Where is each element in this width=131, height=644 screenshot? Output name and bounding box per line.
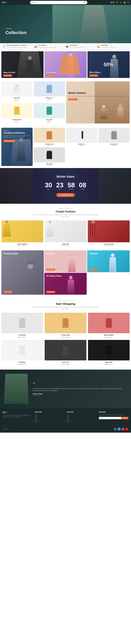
subscribe-btn[interactable]: SUBSCRIBE NOW	[56, 193, 75, 197]
feature-shopping: 🛒 Pleasure shopping is our only aim. We …	[3, 44, 34, 48]
promo-percent: 50%	[104, 62, 113, 68]
shop-card-0[interactable]: Cool Heads $28.21 $45.00	[1, 313, 43, 338]
footer-nl-link-0[interactable]: Home	[67, 414, 96, 416]
fashion-price-2: $22.50 - $42.00	[88, 245, 130, 246]
promo-cat-party[interactable]: It's Party Time SHOP NOW	[44, 273, 87, 295]
promo-cat-casuals[interactable]: Casuals SHOP NOW	[44, 250, 87, 272]
winter-text: Winter Fashion Lorem ipsum dolor sit ame…	[68, 84, 128, 100]
fashion-card-1[interactable]: Sulier Dib $18.00 - $28.00	[45, 220, 87, 246]
menu-icon[interactable]: ☰	[127, 2, 129, 4]
create-subtitle: Create Fashion	[1, 208, 130, 209]
shop-price-2: $55.00	[105, 337, 109, 338]
promo-label-top: Top Rated	[46, 71, 57, 74]
footer-link-shop[interactable]: Shop	[35, 416, 64, 417]
youtube-icon[interactable]: ▶	[125, 428, 128, 430]
facebook-icon[interactable]: f	[114, 428, 117, 430]
trending-product-2[interactable]: Playon Street $28.00	[98, 128, 130, 146]
header-icons: $0.00 🔍 🛒 0 ☰	[111, 2, 129, 4]
shop-img-3	[1, 340, 43, 360]
trending-btn[interactable]: EXPLORE MORE	[3, 140, 15, 142]
testimonial-name: Gibson Floyd	[33, 393, 126, 394]
product-stars-arasha: ★★★★☆	[1, 122, 32, 123]
trending-desc: Lorem ipsum dolor sit amet, consectetur …	[3, 135, 30, 138]
promo-label-offers: 50% Offers	[89, 71, 101, 74]
shop-card-1[interactable]: Pretium Adik $36.22 $60.00	[45, 313, 86, 338]
feature-title-2: Fast Delivery	[70, 44, 85, 46]
footer-col-newsletter: Newsletter Home Shop Blog About Contact	[67, 411, 96, 423]
promo-cat-glasses[interactable]: Glasses SHOP NOW	[87, 250, 130, 272]
footer-nl-link-1[interactable]: Shop	[67, 416, 96, 417]
footer-link-blog[interactable]: Blog	[35, 418, 64, 419]
trending-product-1[interactable]: Globe Dress $60.12	[66, 128, 97, 146]
cat-btn-glasses[interactable]: SHOP NOW	[89, 268, 98, 270]
promo-btn-top[interactable]: SHOP NOW	[46, 74, 55, 76]
shop-card-3[interactable]: Full Wings $32.10 $50.00	[1, 340, 43, 366]
feature-secure: 🔒 Secure Buy Your payment info is safe w…	[97, 44, 128, 48]
fashion-img-2	[88, 220, 130, 242]
cat-btn-casuals[interactable]: SHOP NOW	[46, 268, 55, 270]
fashion-price-1: $18.00 - $28.00	[45, 245, 87, 246]
countdown-minutes: 58 Minutes	[68, 182, 75, 190]
feature-free-delivery: 🚚 Free Delivery Orders above a certain a…	[34, 44, 65, 48]
fashion-grid: Auctor Valoaris $12.23 - $29.00 Sulier D…	[1, 220, 130, 246]
search-input[interactable]	[31, 2, 83, 3]
product-img-razor	[1, 81, 32, 96]
trending-name-3: Odin Street	[34, 163, 65, 164]
shop-card-2[interactable]: Blandit Magnis $55.00 $80.00	[88, 313, 130, 338]
winter-btn[interactable]: SHOP NOW	[68, 98, 78, 100]
shop-old-0: $45.00	[22, 337, 26, 338]
trending-product-0[interactable]: Classique Adio $42.70	[34, 128, 65, 146]
shop-card-5[interactable]: Mauris Elit $48.00 $70.00	[88, 340, 130, 366]
trending-product-3[interactable]: Odin Street $35.00	[34, 148, 65, 166]
product-philisen[interactable]: Philisen Ann $30.00 ★★★★☆	[34, 81, 65, 102]
cart-icon[interactable]: 🛒	[120, 2, 122, 4]
promo-btn-new[interactable]: SHOP NOW	[3, 74, 12, 76]
promo-card-offers[interactable]: 50% 50% Offers SHOP NOW	[88, 51, 130, 78]
footer-quicklinks-title: Quick links	[35, 411, 64, 413]
promo-btn-offers[interactable]: SHOP NOW	[89, 74, 98, 76]
hero-subtitle: Trending	[5, 28, 27, 30]
cat-btn-party[interactable]: SHOP NOW	[46, 291, 55, 293]
promo-card-top-rated[interactable]: Top Rated SHOP NOW	[44, 51, 87, 78]
fashion-card-2[interactable]: Pretium Henclit $22.50 - $42.00	[88, 220, 130, 246]
search-icon-header[interactable]: 🔍	[116, 2, 118, 4]
footer-link-contact[interactable]: Contact	[35, 421, 64, 422]
fashion-card-0[interactable]: Auctor Valoaris $12.23 - $29.00	[1, 220, 43, 246]
features-bar: 🛒 Pleasure shopping is our only aim. We …	[0, 43, 131, 50]
product-razor[interactable]: Razor Adio $25.00 ★★★★☆	[1, 81, 32, 102]
footer-link-home[interactable]: Home	[35, 414, 64, 416]
product-arasha[interactable]: Arasha Magoda $29.00 ★★★★☆	[1, 103, 32, 124]
winter-desc: Lorem ipsum dolor sit amet, consectetur …	[68, 96, 128, 97]
fashion-img-0	[1, 220, 43, 242]
promo-cat-premium[interactable]: Premium Hats SHOP NOW	[1, 250, 44, 295]
footer-nl-link-3[interactable]: About	[67, 420, 96, 421]
footer-nl-link-4[interactable]: Contact	[67, 421, 96, 422]
footer-nl-link-2[interactable]: Blog	[67, 418, 96, 419]
product-price-sue: $35.00	[34, 120, 65, 122]
footer-link-about[interactable]: About	[35, 420, 64, 421]
footer-subscribe-btn[interactable]: Subscribe	[121, 417, 128, 419]
countdown-minutes-num: 58	[68, 182, 75, 188]
product-stars-razor: ★★★★☆	[1, 100, 32, 102]
twitter-icon[interactable]: t	[118, 428, 121, 430]
footer-email-input[interactable]	[99, 417, 121, 419]
person-body-new	[26, 60, 34, 78]
logo: ETI ●	[2, 1, 7, 4]
cat-btn-premium[interactable]: SHOP NOW	[3, 291, 12, 293]
countdown-hours: 23 Hours	[56, 182, 63, 190]
search-icon: 🔍	[83, 1, 86, 4]
search-bar[interactable]: 🔍	[30, 1, 87, 4]
footer-bottom: Etag © 2022 f t i ▶	[3, 426, 128, 430]
shop-name-0: Cool Heads	[1, 334, 43, 336]
instagram-icon[interactable]: i	[122, 428, 125, 430]
product-sue[interactable]: Sue Senko $35.00 ★★★★☆	[34, 103, 65, 124]
shop-old-3: $50.00	[22, 364, 26, 365]
countdown-days-num: 30	[45, 182, 52, 188]
product-name-sue: Sue Senko	[34, 119, 65, 120]
promo-card-new-arrival[interactable]: New Arrival SHOP NOW	[1, 51, 43, 78]
winter-title: Winter Fashion	[68, 92, 128, 94]
feature-title-1: Free Delivery	[38, 44, 57, 46]
feature-sub-2: Quick shipment to your doorstep	[70, 47, 85, 48]
shop-card-4[interactable]: Dolor Cras $28.00 $44.00	[45, 340, 86, 366]
trending-price-2: $28.00	[98, 145, 130, 146]
